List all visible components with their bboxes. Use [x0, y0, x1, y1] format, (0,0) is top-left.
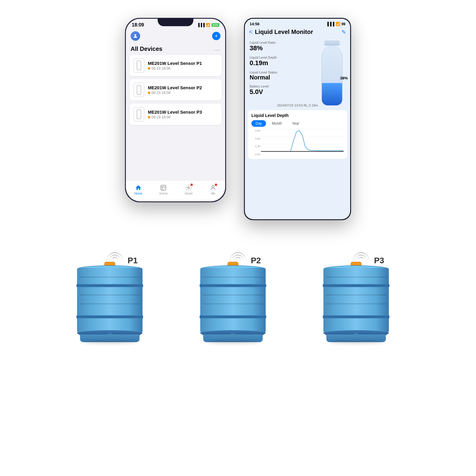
devices-title: All Devices: [131, 46, 162, 52]
phone1-frame: 18:09 ▐▐▐ 📶 91% + All Devices ...: [125, 18, 226, 202]
y-label-2: 0.30: [251, 145, 260, 148]
device-name-p1: ME201W Level Sensor P1: [148, 61, 202, 66]
device-list: ME201W Level Sensor P1 06-19 18:08 ME201…: [126, 54, 225, 129]
tab-day[interactable]: Day: [251, 120, 266, 127]
rib1-p2: [203, 277, 263, 278]
status-value: Normal: [250, 74, 314, 81]
barrel-label-p3: P3: [374, 256, 384, 265]
signal-dot-p3: [148, 116, 150, 118]
device-item-p2[interactable]: ME201W Level Sensor P2 06-19 18:08: [129, 79, 222, 101]
wifi-icon-2: 📶: [336, 22, 340, 26]
me-icon: [209, 184, 217, 191]
y-label-1: 0.00: [251, 153, 260, 156]
barrel-body-p3: [320, 259, 392, 342]
y-label-3: 0.60: [251, 137, 260, 140]
tank-cap: [325, 41, 339, 46]
bottom-nav: Home Scene Smart: [126, 180, 225, 201]
monitor-header: < Liquid Level Monitor ✎: [245, 27, 350, 38]
rib3-p2: [203, 295, 263, 295]
smart-icon: [185, 184, 192, 191]
x-axis-line: [261, 151, 344, 152]
notch: [158, 18, 193, 26]
me-badge: [215, 184, 217, 186]
status-icons-1: ▐▐▐ 📶 91%: [197, 23, 219, 27]
home-icon: [135, 184, 142, 191]
chart-section: Liquid Level Depth Day Month Year 0.90 0…: [248, 110, 347, 159]
rib3-p3: [326, 295, 386, 295]
barrel-cylinder-p2: [200, 268, 266, 336]
svg-point-0: [134, 34, 136, 36]
barrel-shadow-p2: [206, 340, 260, 344]
barrel-body-p1: [74, 259, 145, 342]
tab-year[interactable]: Year: [288, 120, 303, 127]
battery-row: Battery Level 5.0V: [250, 84, 314, 96]
svg-point-3: [212, 186, 214, 188]
device-time-p3: 06-19 18:08: [148, 115, 202, 119]
sensor-data: Liquid Level Ratio 38% Liquid Level Dept…: [250, 41, 314, 99]
more-menu-icon[interactable]: ...: [214, 46, 220, 52]
sensor-area: Liquid Level Ratio 38% Liquid Level Dept…: [245, 38, 350, 102]
sensor-icon-p1: [137, 61, 141, 70]
add-device-button[interactable]: +: [212, 32, 220, 40]
status-label: Liquid Level Status: [250, 71, 314, 74]
tank-water: [322, 83, 342, 105]
phone1-inner: 18:09 ▐▐▐ 📶 91% + All Devices ...: [126, 19, 225, 201]
nav-me[interactable]: Me: [209, 184, 217, 195]
y-axis-labels: 0.90 0.60 0.30 0.00: [251, 129, 260, 156]
device-icon-p1: [134, 58, 144, 73]
signal-icon-2: ▐▐▐: [326, 22, 334, 26]
hoop-bottom-p1: [76, 315, 143, 318]
device-info-p2: ME201W Level Sensor P2 06-19 18:08: [148, 85, 202, 95]
signal-dot-p2: [148, 92, 150, 94]
status-row: Liquid Level Status Normal: [250, 71, 314, 81]
smart-badge: [190, 184, 193, 186]
edit-icon[interactable]: ✎: [342, 29, 346, 35]
rib4-p2: [203, 303, 263, 304]
barrel-cylinder-p3: [323, 268, 389, 336]
back-button[interactable]: <: [249, 29, 253, 35]
y-label-4: 0.90: [251, 129, 260, 132]
tank-container: [322, 46, 342, 106]
barrel-p2: P2: [197, 244, 279, 342]
barrel-label-p2: P2: [251, 256, 261, 265]
depth-row: Liquid Level Depth 0.19m: [250, 56, 314, 67]
barrel-body-p2: [197, 259, 269, 342]
barrels-section: P1: [0, 226, 476, 342]
barrel-shadow-p3: [329, 340, 383, 344]
rib4-p3: [326, 303, 386, 304]
device-info-p1: ME201W Level Sensor P1 06-19 18:08: [148, 61, 202, 71]
nav-smart[interactable]: Smart: [185, 184, 193, 195]
chart-area: 0.90 0.60 0.30 0.00: [251, 129, 344, 156]
avatar[interactable]: [131, 31, 140, 41]
battery-value-2: 5.0V: [250, 88, 314, 96]
rib3-p1: [79, 295, 140, 295]
device-icon-p3: [134, 107, 144, 121]
app-header: +: [126, 29, 225, 43]
battery-label-2: Battery Level: [250, 84, 314, 88]
device-item-p3[interactable]: ME201W Level Sensor P3 06-19 18:08: [129, 104, 222, 125]
barrel-cylinder-p1: [77, 268, 143, 336]
sensor-icon-p2: [137, 85, 141, 95]
rib1-p3: [326, 277, 386, 278]
sensor-icon-p3: [137, 109, 141, 119]
ratio-row: Liquid Level Ratio 38%: [250, 41, 314, 52]
tank-pct-label: 38%: [340, 76, 345, 80]
barrel-p3: P3: [320, 244, 402, 342]
depth-value: 0.19m: [250, 59, 314, 67]
nav-scene[interactable]: Scene: [159, 184, 167, 195]
ratio-value: 38%: [250, 44, 314, 52]
device-item-p1[interactable]: ME201W Level Sensor P1 06-19 18:08: [129, 55, 222, 76]
device-info-p3: ME201W Level Sensor P3 06-19 18:08: [148, 109, 202, 119]
chart-svg: [261, 129, 344, 151]
phone2-inner: 14:56 ▐▐▐ 📶 99 < Liquid Level Monitor ✎ …: [245, 19, 350, 219]
scene-icon: [160, 184, 167, 191]
chart-tabs: Day Month Year: [251, 120, 344, 127]
device-name-p3: ME201W Level Sensor P3: [148, 109, 202, 115]
battery-badge: 91%: [212, 23, 219, 27]
hoop-bottom-p3: [323, 315, 389, 318]
phone2-frame: 14:56 ▐▐▐ 📶 99 < Liquid Level Monitor ✎ …: [244, 18, 351, 220]
nav-home[interactable]: Home: [134, 184, 143, 195]
svg-rect-1: [161, 185, 166, 190]
tab-month[interactable]: Month: [268, 120, 286, 127]
status-time-2: 14:56: [250, 22, 259, 26]
